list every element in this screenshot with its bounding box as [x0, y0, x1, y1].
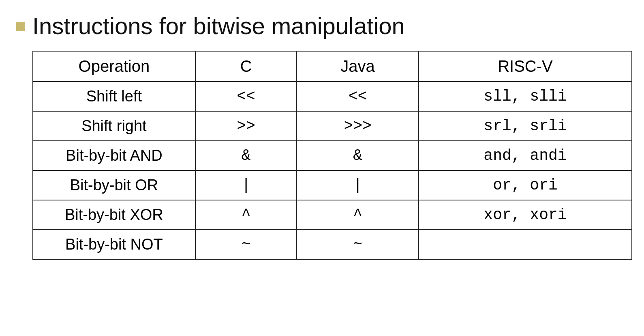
cell-c-2: &	[195, 141, 297, 170]
table-row: Bit-by-bit NOT~~	[33, 230, 632, 259]
cell-riscv-5	[419, 230, 632, 259]
cell-java-0: <<	[297, 82, 419, 111]
table-row: Bit-by-bit XOR^^xor, xori	[33, 200, 632, 230]
table-container: Operation C Java RISC-V Shift left<<<<sl…	[32, 51, 632, 260]
cell-operation-1: Shift right	[33, 111, 195, 141]
cell-riscv-1: srl, srli	[419, 111, 632, 141]
bitwise-table: Operation C Java RISC-V Shift left<<<<sl…	[32, 51, 632, 260]
cell-c-3: |	[195, 170, 297, 200]
cell-java-4: ^	[297, 200, 419, 230]
table-row: Bit-by-bit OR||or, ori	[33, 170, 632, 200]
page-title: Instructions for bitwise manipulation	[32, 12, 405, 39]
cell-java-2: &	[297, 141, 419, 170]
table-row: Shift left<<<<sll, slli	[33, 82, 632, 111]
cell-riscv-0: sll, slli	[419, 82, 632, 111]
table-row: Shift right>>>>>srl, srli	[33, 111, 632, 141]
cell-operation-3: Bit-by-bit OR	[33, 170, 195, 200]
header-riscv: RISC-V	[419, 51, 632, 82]
cell-riscv-3: or, ori	[419, 170, 632, 200]
table-row: Bit-by-bit AND&&and, andi	[33, 141, 632, 170]
title-row: Instructions for bitwise manipulation	[16, 12, 405, 39]
cell-c-1: >>	[195, 111, 297, 141]
cell-operation-0: Shift left	[33, 82, 195, 111]
cell-operation-2: Bit-by-bit AND	[33, 141, 195, 170]
table-header-row: Operation C Java RISC-V	[33, 51, 632, 82]
cell-operation-4: Bit-by-bit XOR	[33, 200, 195, 230]
cell-c-0: <<	[195, 82, 297, 111]
title-bullet-icon	[16, 22, 25, 31]
cell-operation-5: Bit-by-bit NOT	[33, 230, 195, 259]
header-c: C	[195, 51, 297, 82]
cell-c-4: ^	[195, 200, 297, 230]
cell-riscv-2: and, andi	[419, 141, 632, 170]
cell-java-1: >>>	[297, 111, 419, 141]
cell-java-5: ~	[297, 230, 419, 259]
cell-c-5: ~	[195, 230, 297, 259]
cell-riscv-4: xor, xori	[419, 200, 632, 230]
header-operation: Operation	[33, 51, 195, 82]
header-java: Java	[297, 51, 419, 82]
cell-java-3: |	[297, 170, 419, 200]
